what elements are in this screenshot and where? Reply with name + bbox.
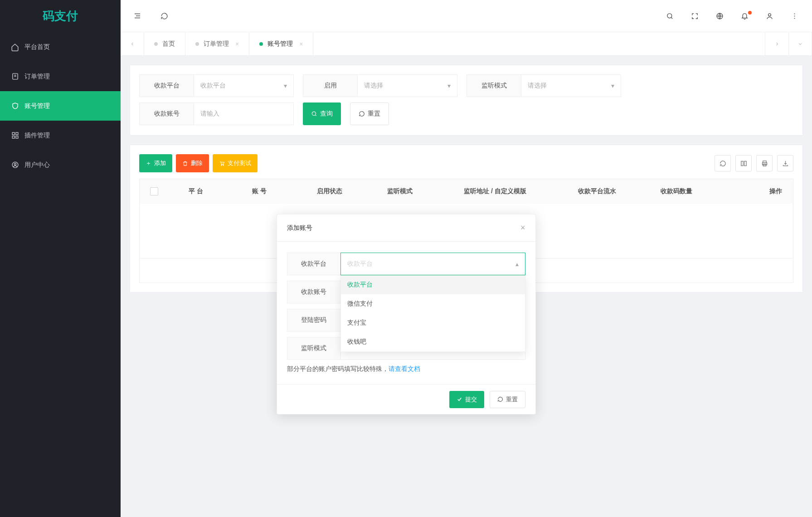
modal-close-button[interactable]: × xyxy=(520,223,525,233)
modal-title: 添加账号 xyxy=(287,224,312,232)
add-account-modal: 添加账号 × 收款平台 收款平台 ▴ 收款平台 微信支付 支付宝 收钱吧 收款账… xyxy=(277,214,536,311)
field-label: 收款账号 xyxy=(287,281,340,303)
modal-platform-select[interactable]: 收款平台 ▴ xyxy=(340,253,525,275)
platform-dropdown: 收款平台 微信支付 支付宝 收钱吧 xyxy=(340,275,525,311)
field-label: 收款平台 xyxy=(287,253,340,275)
modal-mask: 添加账号 × 收款平台 收款平台 ▴ 收款平台 微信支付 支付宝 收钱吧 收款账… xyxy=(0,0,812,311)
chevron-up-icon: ▴ xyxy=(515,260,519,268)
dropdown-option[interactable]: 收款平台 xyxy=(341,275,525,294)
field-label: 登陆密码 xyxy=(287,309,340,311)
dropdown-option[interactable]: 微信支付 xyxy=(341,294,525,311)
